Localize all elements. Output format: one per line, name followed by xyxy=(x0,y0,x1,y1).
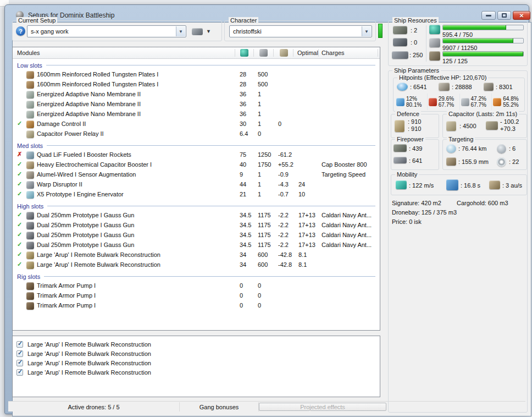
shield-hp-value: : 6541 xyxy=(410,84,427,90)
chevron-down-icon: ▼ xyxy=(364,29,369,34)
module-row[interactable]: ✓Large 'Arup' I Remote Bulwark Reconstru… xyxy=(13,250,380,260)
module-row[interactable]: ✓Dual 250mm Prototype I Gauss Gun34.5117… xyxy=(13,221,380,231)
targeting-range-icon xyxy=(446,144,456,153)
charges-column-header[interactable]: Charges xyxy=(322,50,345,56)
drone-bandwidth-bar xyxy=(442,51,524,57)
modules-table-header[interactable]: Modules Optimal Charges xyxy=(13,47,380,59)
powergrid-value: 600 xyxy=(258,261,268,268)
close-button[interactable]: ✕ xyxy=(513,11,530,20)
module-name: Quad LiF Fueled I Booster Rockets xyxy=(37,151,131,158)
powergrid-icon xyxy=(259,49,268,57)
launcher-hardpoints-icon xyxy=(393,38,407,46)
sensor-strength-value: : 22 xyxy=(509,158,519,165)
powergrid-value: 0 xyxy=(258,282,261,289)
drone-list-item[interactable]: ✓Large 'Arup' I Remote Bulwark Reconstru… xyxy=(13,349,380,358)
maximize-button[interactable] xyxy=(497,11,511,20)
cpu-icon xyxy=(429,25,440,34)
question-icon: ? xyxy=(19,28,23,35)
module-row[interactable]: 1600mm Reinforced Rolled Tungsten Plates… xyxy=(13,70,380,80)
module-name: Dual 250mm Prototype I Gauss Gun xyxy=(37,242,134,248)
item-checkbox[interactable]: ✓ xyxy=(16,360,23,366)
setup-tools-button[interactable]: ▼ xyxy=(192,26,218,37)
item-checkbox[interactable]: ✓ xyxy=(16,350,23,357)
module-row[interactable]: Energized Adaptive Nano Membrane II361 xyxy=(13,109,380,119)
armor-plate-icon xyxy=(26,71,34,79)
character-combobox[interactable]: christoffski ▼ xyxy=(229,25,372,37)
capacitor-value: -4.3 xyxy=(278,181,289,188)
module-row[interactable]: 1600mm Reinforced Rolled Tungsten Plates… xyxy=(13,80,380,90)
explosive-resist-icon xyxy=(493,98,501,106)
drones-list: ✓Large 'Arup' I Remote Bulwark Reconstru… xyxy=(13,339,380,377)
fitted-ok-icon: ✓ xyxy=(17,171,25,178)
nano-membrane-icon xyxy=(26,111,34,118)
module-row[interactable]: Capacitor Power Relay II6.40 xyxy=(13,129,380,139)
cpu-value: 40 xyxy=(240,161,246,168)
module-row[interactable]: ✓Dual 250mm Prototype I Gauss Gun34.5117… xyxy=(13,231,380,240)
powergrid-value: 500 xyxy=(258,71,268,78)
module-row[interactable]: Energized Adaptive Nano Membrane II361 xyxy=(13,100,380,109)
sensor-augmentation-icon xyxy=(26,171,34,179)
optimal-column-header[interactable]: Optimal xyxy=(297,50,318,56)
item-label: Large 'Arup' I Remote Bulwark Reconstruc… xyxy=(27,341,151,348)
gang-bonuses-cell[interactable]: Gang bonuses xyxy=(180,402,259,411)
fitted-ok-icon: ✓ xyxy=(17,241,25,248)
module-row[interactable]: ✓Alumel-Wired I Sensor Augmentation91-0.… xyxy=(13,170,380,180)
module-name: Heavy Electrochemical Capacitor Booster … xyxy=(37,161,152,168)
booster-rockets-icon xyxy=(26,151,34,159)
defence-value-1: : 910 xyxy=(408,118,421,125)
setup-dropdown-button[interactable]: ▼ xyxy=(176,26,185,36)
targeting-range-value: : 76.44 km xyxy=(458,145,486,152)
titlebar[interactable]: Setups for Dominix Battleship ✕ xyxy=(12,11,532,21)
module-row[interactable]: ✓Warp Disruptor II441-4.324 xyxy=(13,180,380,190)
module-row[interactable]: Trimark Armor Pump I00 xyxy=(13,281,380,291)
fitted-ok-icon: ✓ xyxy=(17,221,25,228)
armor-hp-value: : 28888 xyxy=(452,84,472,90)
item-label: Large 'Arup' I Remote Bulwark Reconstruc… xyxy=(27,350,151,357)
hitpoints-title: Hitpoints (Effective HP: 120,670) xyxy=(397,74,488,81)
module-row[interactable]: ✓Dual 250mm Prototype I Gauss Gun34.5117… xyxy=(13,240,380,250)
setup-combobox[interactable]: s-x gang work ▼ xyxy=(27,25,186,37)
character-dropdown-button[interactable]: ▼ xyxy=(362,26,371,36)
align-time-value: : 16.8 s xyxy=(461,182,480,189)
module-row[interactable]: ✓Damage Control II3010 xyxy=(13,119,380,129)
item-checkbox[interactable]: ✓ xyxy=(16,369,23,376)
module-row[interactable]: ✓Large 'Arup' I Remote Bulwark Reconstru… xyxy=(13,260,380,270)
module-row[interactable]: ✓Heavy Electrochemical Capacitor Booster… xyxy=(13,160,380,170)
cpu-value: 21 xyxy=(240,191,246,197)
drone-list-item[interactable]: ✓Large 'Arup' I Remote Bulwark Reconstru… xyxy=(13,339,380,349)
drone-list-item[interactable]: ✓Large 'Arup' I Remote Bulwark Reconstru… xyxy=(13,367,380,377)
modules-column-header[interactable]: Modules xyxy=(17,50,40,56)
module-row[interactable]: Trimark Armor Pump I00 xyxy=(13,301,380,311)
shield-hp-icon xyxy=(397,83,408,91)
capacitor-value: -2.2 xyxy=(278,222,289,228)
resist-armor-value: 80.1% xyxy=(406,102,422,108)
projected-effects-button[interactable]: Projected effects xyxy=(259,403,386,411)
module-row[interactable]: Energized Adaptive Nano Membrane II361 xyxy=(13,90,380,100)
armor-hp-icon xyxy=(439,83,450,91)
checkmark-icon: ✓ xyxy=(18,349,23,356)
drone-list-item[interactable]: ✓Large 'Arup' I Remote Bulwark Reconstru… xyxy=(13,358,380,367)
powergrid-value: 1175 xyxy=(258,232,271,238)
resist-armor-value: 67.7% xyxy=(439,102,454,108)
powergrid-value: 1 xyxy=(258,181,261,188)
chevron-down-icon: ▼ xyxy=(206,29,211,34)
section-header: Med slots xyxy=(13,139,380,150)
module-row[interactable]: ✗Quad LiF Fueled I Booster Rockets751250… xyxy=(13,150,380,160)
structure-hp-icon xyxy=(484,83,494,91)
character-value: christoffski xyxy=(233,28,262,35)
close-icon: ✕ xyxy=(519,13,524,19)
capacitor-amount-value: : 4500 xyxy=(459,123,476,129)
module-row[interactable]: ✓X5 Prototype I Engine Enervator211-0.71… xyxy=(13,190,380,200)
em-resist-icon xyxy=(396,98,404,106)
module-row[interactable]: Trimark Armor Pump I00 xyxy=(13,291,380,301)
remote-repair-icon xyxy=(26,251,34,259)
ship-resources-title: Ship Resources xyxy=(392,17,439,24)
help-button[interactable]: ? xyxy=(16,26,25,36)
resist-shield-value: 47.2% xyxy=(471,96,486,102)
dps-icon xyxy=(394,157,407,163)
module-row[interactable]: ✓Dual 250mm Prototype I Gauss Gun34.5117… xyxy=(13,211,380,221)
turret-hardpoints-icon xyxy=(393,26,407,34)
capacitor-value: +55.2 xyxy=(278,161,293,168)
item-checkbox[interactable]: ✓ xyxy=(16,341,23,348)
minimize-button[interactable] xyxy=(481,11,496,20)
